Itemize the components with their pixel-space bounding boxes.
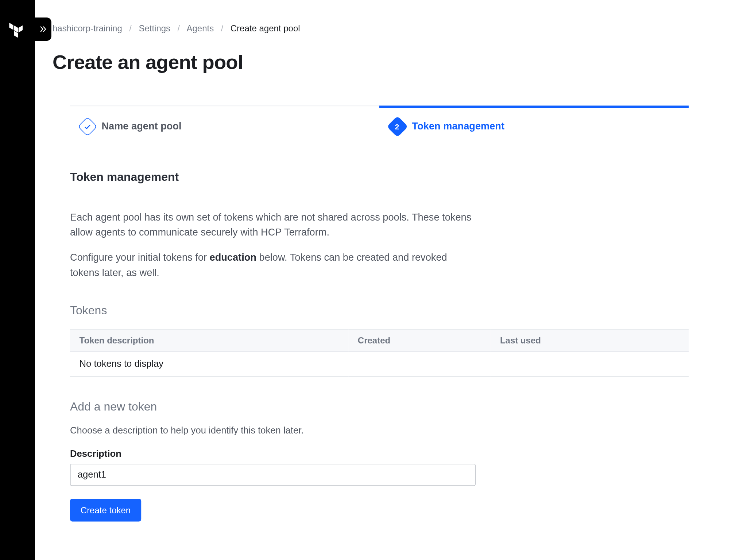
breadcrumb-agents[interactable]: Agents <box>186 23 214 33</box>
chevron-double-right-icon <box>39 25 47 33</box>
step-name-agent-pool[interactable]: Name agent pool <box>70 106 379 147</box>
create-token-button[interactable]: Create token <box>70 499 141 522</box>
add-token-heading: Add a new token <box>70 400 689 414</box>
col-token-description: Token description <box>70 330 348 352</box>
step-number-badge: 2 <box>387 116 408 137</box>
breadcrumb-current: Create agent pool <box>231 23 300 33</box>
wizard-steps: Name agent pool 2 Token management <box>70 106 689 147</box>
tokens-heading: Tokens <box>70 304 689 318</box>
svg-marker-2 <box>9 23 13 30</box>
check-icon <box>78 117 97 136</box>
sidebar <box>0 0 35 560</box>
breadcrumb: hashicorp-training / Settings / Agents /… <box>53 23 747 33</box>
step-token-management[interactable]: 2 Token management <box>379 106 689 147</box>
description-2: Configure your initial tokens for educat… <box>70 250 479 281</box>
tokens-table: Token description Created Last used No t… <box>70 329 689 377</box>
step-label: Token management <box>412 121 504 132</box>
svg-marker-1 <box>19 26 23 32</box>
step-label: Name agent pool <box>101 121 181 132</box>
table-row-empty: No tokens to display <box>70 352 689 377</box>
col-created: Created <box>348 330 491 352</box>
breadcrumb-org[interactable]: hashicorp-training <box>53 23 122 33</box>
col-last-used: Last used <box>491 330 689 352</box>
description-1: Each agent pool has its own set of token… <box>70 210 479 241</box>
section-title: Token management <box>70 170 689 184</box>
add-token-helper: Choose a description to help you identif… <box>70 425 689 436</box>
expand-sidebar-button[interactable] <box>35 18 51 41</box>
description-input[interactable] <box>70 464 476 486</box>
terraform-logo-icon <box>8 22 26 40</box>
page-title: Create an agent pool <box>53 51 747 73</box>
breadcrumb-settings[interactable]: Settings <box>139 23 170 33</box>
description-label: Description <box>70 449 689 459</box>
